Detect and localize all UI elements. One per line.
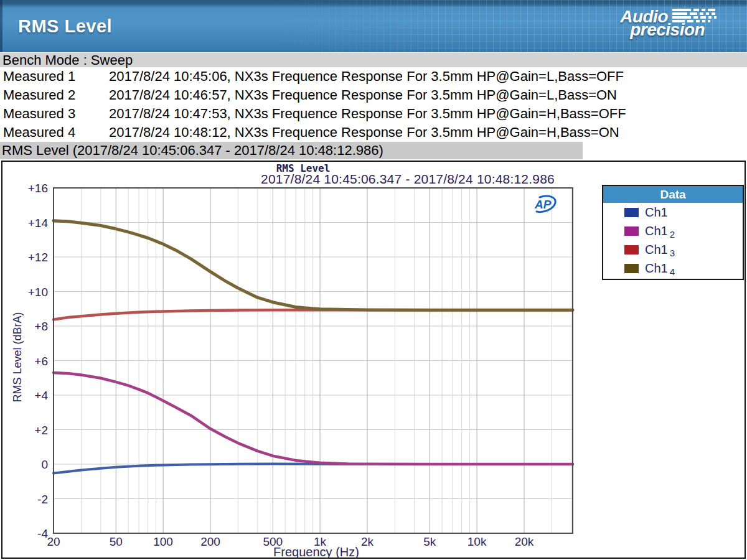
legend-entry-ch1[interactable]: Ch1: [603, 203, 743, 222]
ap-watermark-text: AP: [534, 198, 552, 211]
svg-text:-2: -2: [37, 493, 48, 506]
legend-label-subscript: 3: [670, 248, 675, 258]
legend-swatch: [624, 208, 639, 217]
legend-label-subscript: 2: [670, 229, 675, 240]
measured-value: 2017/8/24 10:47:53, NX3s Frequence Respo…: [109, 106, 626, 121]
svg-text:0: 0: [41, 458, 48, 471]
svg-text:10k: 10k: [467, 535, 487, 548]
legend-label: Ch1: [645, 243, 668, 257]
measured-label: Measured 1: [3, 67, 109, 86]
legend-label: Ch1: [645, 224, 668, 238]
ap-watermark-icon: AP: [529, 194, 559, 214]
svg-text:+16: +16: [28, 182, 48, 195]
svg-text:+12: +12: [28, 251, 48, 264]
legend-entry-ch1-2[interactable]: Ch1 2: [603, 222, 743, 240]
list-item: Measured 12017/8/24 10:45:06, NX3s Frequ…: [0, 67, 747, 86]
y-axis-label: RMS Level (dBrA): [11, 304, 22, 410]
header-bar: RMS Level Audio precision: [0, 0, 747, 52]
chart-panel: RMS Level 2017/8/24 10:45:06.347 - 2017/…: [1, 161, 746, 559]
list-item: Measured 32017/8/24 10:47:53, NX3s Frequ…: [0, 105, 747, 123]
legend-swatch: [624, 245, 639, 254]
svg-text:+6: +6: [34, 355, 48, 368]
svg-text:+4: +4: [34, 389, 48, 402]
list-item: Measured 22017/8/24 10:46:57, NX3s Frequ…: [0, 86, 747, 105]
svg-text:20: 20: [47, 535, 60, 548]
measured-value: 2017/8/24 10:46:57, NX3s Frequence Respo…: [109, 87, 617, 103]
legend-swatch: [624, 264, 639, 273]
measured-label: Measured 4: [3, 123, 109, 142]
legend-label: Ch1: [645, 261, 668, 276]
svg-text:20k: 20k: [515, 535, 534, 548]
audio-precision-logo: Audio precision: [620, 9, 717, 37]
svg-text:50: 50: [110, 535, 123, 548]
measured-value: 2017/8/24 10:45:06, NX3s Frequence Respo…: [109, 68, 624, 84]
section-title-bar: RMS Level (2017/8/24 10:45:06.347 - 2017…: [0, 142, 583, 159]
logo-text-precision: precision: [630, 22, 717, 37]
page-title: RMS Level: [18, 16, 112, 37]
legend-header: Data: [603, 186, 743, 203]
svg-text:100: 100: [153, 535, 173, 548]
svg-text:5k: 5k: [423, 535, 436, 548]
legend-swatch: [624, 226, 639, 236]
bench-mode-bar: Bench Mode : Sweep: [0, 53, 747, 67]
measured-value: 2017/8/24 10:48:12, NX3s Frequence Respo…: [109, 124, 619, 140]
x-axis-label: Frequency (Hz): [260, 545, 372, 559]
legend-entry-ch1-4[interactable]: Ch1 4: [603, 259, 743, 278]
measurement-list: Measured 12017/8/24 10:45:06, NX3s Frequ…: [0, 67, 747, 142]
svg-text:200: 200: [200, 535, 220, 548]
legend-box: Data Ch1 Ch1 2 Ch1 3 Ch1 4: [602, 185, 744, 280]
legend-entry-ch1-3[interactable]: Ch1 3: [603, 240, 743, 259]
list-item: Measured 42017/8/24 10:48:12, NX3s Frequ…: [0, 123, 747, 142]
measured-label: Measured 3: [3, 105, 109, 123]
legend-label-subscript: 4: [670, 266, 675, 277]
svg-text:+14: +14: [28, 217, 49, 230]
svg-text:+10: +10: [28, 286, 48, 299]
legend-label: Ch1: [645, 205, 668, 220]
svg-text:+2: +2: [34, 424, 48, 437]
measured-label: Measured 2: [3, 86, 109, 105]
svg-text:+8: +8: [34, 320, 48, 333]
